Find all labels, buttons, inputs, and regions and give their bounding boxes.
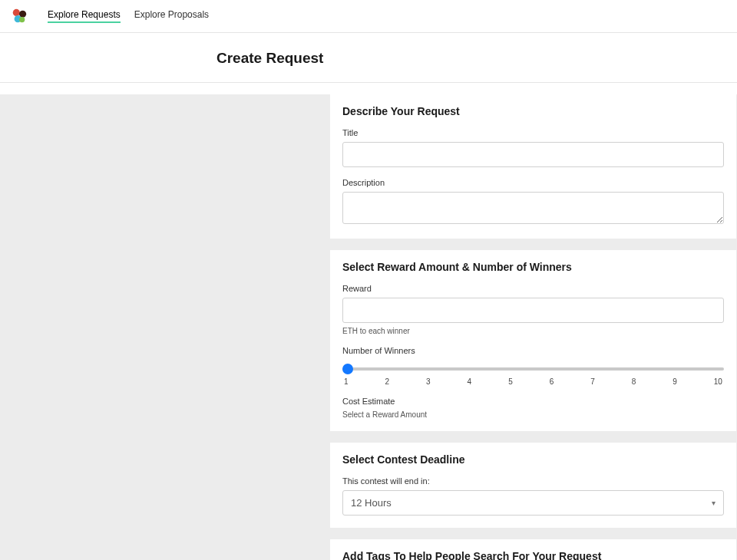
logo-icon xyxy=(11,8,28,25)
slider-mark: 4 xyxy=(468,377,472,386)
section-tags-title: Add Tags To Help People Search For Your … xyxy=(342,550,724,560)
section-reward-title: Select Reward Amount & Number of Winners xyxy=(342,261,724,273)
description-label: Description xyxy=(342,178,724,187)
slider-mark: 5 xyxy=(508,377,513,386)
cost-estimate-label: Cost Estimate xyxy=(342,397,724,406)
slider-mark: 8 xyxy=(632,377,636,386)
deadline-select-value: 12 Hours xyxy=(351,497,392,509)
svg-point-0 xyxy=(13,9,20,16)
section-describe: Describe Your Request Title Description xyxy=(330,94,736,239)
cost-estimate-helper: Select a Reward Amount xyxy=(342,410,724,419)
description-textarea[interactable] xyxy=(342,192,724,224)
slider-marks: 1 2 3 4 5 6 7 8 9 10 xyxy=(342,377,724,386)
chevron-down-icon: ▾ xyxy=(712,499,716,507)
slider-mark: 6 xyxy=(550,377,554,386)
svg-point-3 xyxy=(19,17,25,22)
page-title-bar: Create Request xyxy=(0,33,737,83)
section-deadline: Select Contest Deadline This contest wil… xyxy=(330,443,736,528)
reward-label: Reward xyxy=(342,284,724,293)
slider-mark: 3 xyxy=(426,377,431,386)
section-tags: Add Tags To Help People Search For Your … xyxy=(330,539,736,560)
main-content: Describe Your Request Title Description … xyxy=(0,94,737,560)
winners-slider[interactable] xyxy=(342,367,724,371)
slider-mark: 2 xyxy=(385,377,390,386)
reward-helper: ETH to each winner xyxy=(342,327,724,335)
section-reward: Select Reward Amount & Number of Winners… xyxy=(330,250,736,431)
top-nav: Explore Requests Explore Proposals xyxy=(0,0,737,33)
deadline-label: This contest will end in: xyxy=(342,476,724,486)
slider-mark: 9 xyxy=(673,377,677,386)
winners-label: Number of Winners xyxy=(342,346,724,355)
section-describe-title: Describe Your Request xyxy=(342,105,724,117)
nav-explore-proposals[interactable]: Explore Proposals xyxy=(134,9,209,23)
page-title: Create Request xyxy=(216,50,737,67)
slider-mark: 1 xyxy=(344,377,349,386)
title-label: Title xyxy=(342,128,724,137)
reward-input[interactable] xyxy=(342,298,724,323)
slider-mark: 10 xyxy=(714,377,722,386)
title-input[interactable] xyxy=(342,142,724,167)
slider-mark: 7 xyxy=(590,377,595,386)
nav-links: Explore Requests Explore Proposals xyxy=(48,9,209,23)
deadline-select[interactable]: 12 Hours ▾ xyxy=(342,490,724,516)
section-deadline-title: Select Contest Deadline xyxy=(342,453,724,466)
nav-explore-requests[interactable]: Explore Requests xyxy=(48,9,121,23)
